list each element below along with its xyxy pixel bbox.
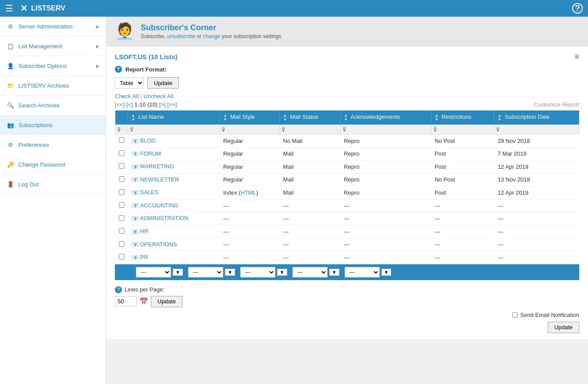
mail-status-cell-8: --- <box>280 238 341 251</box>
main-content: 🧑‍💼 Subscriber's Corner Subscribe, unsub… <box>106 17 588 384</box>
footer-select-restrictions[interactable]: --- <box>345 267 380 277</box>
mail-style-cell-3: Regular <box>220 173 280 186</box>
sidebar-item-server-admin[interactable]: ⚙Server Administration▶ <box>0 17 106 36</box>
pagination-nav: [<<] [<] 1-10 (10) [>] [>>] <box>115 101 177 108</box>
pagination-first[interactable]: [<<] <box>115 101 125 108</box>
list-name-link-7[interactable]: HR <box>140 228 149 235</box>
row-checkbox-0[interactable] <box>119 137 125 143</box>
report-format-update-button[interactable]: Update <box>147 77 179 89</box>
restrictions-cell-8: --- <box>431 238 494 251</box>
footer-arrow-btn-2[interactable]: ▼ <box>225 269 235 276</box>
pagination-last[interactable]: [>>] <box>167 101 177 108</box>
report-format-help-icon[interactable]: ? <box>115 66 122 73</box>
server-admin-arrow-icon: ▶ <box>96 24 100 29</box>
col-restrictions[interactable]: ▲▼ Restrictions <box>431 110 494 125</box>
pagination-row: [<<] [<] 1-10 (10) [>] [>>] Customize Re… <box>115 101 579 108</box>
restrictions-cell-3: No Post <box>431 173 494 186</box>
search-archives-icon: 🔍 <box>6 101 15 110</box>
sidebar-item-listserv-archives[interactable]: 📁LISTSERV Archives <box>0 76 106 96</box>
row-checkbox-9[interactable] <box>119 254 125 260</box>
row-checkbox-6[interactable] <box>119 215 125 221</box>
bottom-update-button[interactable]: Update <box>548 322 579 333</box>
lines-per-page-help-icon[interactable]: ? <box>115 286 122 293</box>
sidebar-item-search-archives[interactable]: 🔍Search Archives <box>0 96 106 115</box>
send-email-label: Send Email Notification <box>520 312 579 318</box>
sidebar-item-preferences[interactable]: ⚙Preferences <box>0 135 106 155</box>
row-checkbox-1[interactable] <box>119 150 125 156</box>
pagination-next[interactable]: [>] <box>159 101 166 108</box>
list-name-link-9[interactable]: PR <box>140 254 148 260</box>
filter-mail-style-col <box>220 125 280 135</box>
subscription-date-cell-4: 12 Apr 2019 <box>494 186 579 199</box>
lines-per-page-input[interactable] <box>115 296 137 306</box>
report-format-controls: Table Index Short Update <box>115 77 579 89</box>
section-title-bar: LSOFT.US (10 Lists) ≡ <box>115 52 579 61</box>
list-name-link-6[interactable]: ADMINISTRATION <box>140 215 189 221</box>
filter-mail-status-col <box>280 125 341 135</box>
list-name-link-3[interactable]: NEWSLETTER <box>140 176 179 183</box>
help-button[interactable]: ? <box>572 3 583 14</box>
table-body: 📧BLOGRegularNo MailReproNo Post29 Nov 20… <box>115 135 579 264</box>
col-subscription-date[interactable]: ▲▼ Subscription Date <box>494 110 579 125</box>
list-name-link-1[interactable]: FORUM <box>140 150 161 157</box>
subscription-date-cell-6: --- <box>494 212 579 225</box>
row-checkbox-4[interactable] <box>119 189 125 195</box>
list-name-link-4[interactable]: SALES <box>140 189 159 196</box>
restrictions-cell-4: Post <box>431 186 494 199</box>
list-name-link-5[interactable]: ACCOUNTING <box>140 202 178 209</box>
customize-report-link[interactable]: Customize Report <box>534 101 579 108</box>
footer-arrow-btn-1[interactable]: ▼ <box>173 269 183 276</box>
sidebar-item-subscriptions[interactable]: 👥Subscriptions <box>0 115 106 135</box>
uncheck-all-link[interactable]: Uncheck All <box>144 93 174 100</box>
col-mail-status[interactable]: ▲▼ Mail Status <box>280 110 341 125</box>
footer-arrow-btn-5[interactable]: ▼ <box>381 269 392 276</box>
footer-arrow-btn-4[interactable]: ▼ <box>329 269 339 276</box>
subscribers-corner-icon: 🧑‍💼 <box>115 22 135 40</box>
col-mail-style[interactable]: ▲▼ Mail Style <box>220 110 280 125</box>
lines-per-page-row: ? Lines per Page: <box>115 286 579 293</box>
row-checkbox-5[interactable] <box>119 202 125 208</box>
report-format-select[interactable]: Table Index Short <box>115 77 144 89</box>
filter-checkbox-col <box>115 125 128 135</box>
mail-status-cell-7: --- <box>280 225 341 238</box>
acknowledgements-cell-5: --- <box>340 199 431 212</box>
footer-select-mailstatus[interactable]: --- <box>240 267 275 277</box>
calendar-icon[interactable]: 📅 <box>139 297 148 306</box>
filter-icon-mail-status <box>282 126 285 133</box>
subscriptions-icon: 👥 <box>6 121 15 129</box>
section-menu-icon[interactable]: ≡ <box>574 52 579 61</box>
col-list-name[interactable]: ▲▼ List Name <box>128 110 220 125</box>
change-link[interactable]: change <box>203 33 220 39</box>
pagination-prev[interactable]: [<] <box>126 101 133 108</box>
mail-style-cell-4: Index (HTML) <box>220 186 280 199</box>
mail-style-cell-0: Regular <box>220 135 280 148</box>
row-checkbox-2[interactable] <box>119 163 125 169</box>
sidebar-item-subscriber-options[interactable]: 👤Subscriber Options▶ <box>0 56 106 76</box>
footer-arrow-btn-3[interactable]: ▼ <box>277 269 287 276</box>
send-email-checkbox[interactable] <box>512 312 518 318</box>
list-name-link-8[interactable]: OPERATIONS <box>140 241 177 248</box>
list-name-link-2[interactable]: MARKETING <box>140 163 174 170</box>
check-nav: Check All | Uncheck All <box>115 93 579 100</box>
list-name-link-0[interactable]: BLOG <box>140 137 156 144</box>
footer-select-acknowledgements[interactable]: --- <box>292 267 328 277</box>
list-management-label: List Management <box>18 43 62 50</box>
lines-per-page-update-button[interactable]: Update <box>151 296 182 307</box>
footer-select-listname[interactable]: --- <box>136 267 171 277</box>
filter-icon-mail-style <box>221 126 225 133</box>
row-checkbox-7[interactable] <box>119 228 125 234</box>
table-row: 📧OPERATIONS--------------- <box>115 238 579 251</box>
send-email-row: Send Email Notification <box>512 312 579 318</box>
row-checkbox-8[interactable] <box>119 241 125 247</box>
hamburger-icon[interactable]: ☰ <box>5 3 13 14</box>
unsubscribe-link[interactable]: unsubscribe <box>167 33 196 39</box>
sidebar-item-log-out[interactable]: 🚪Log Out <box>0 174 106 194</box>
logo-text: LISTSERV <box>31 4 65 12</box>
sidebar-item-change-password[interactable]: 🔑Change Password <box>0 155 106 174</box>
row-checkbox-3[interactable] <box>119 176 125 182</box>
check-all-link[interactable]: Check All <box>115 93 139 100</box>
sidebar-item-list-management[interactable]: 📋List Management▶ <box>0 36 106 56</box>
col-acknowledgements[interactable]: ▲▼ Acknowledgements <box>340 110 431 125</box>
footer-select-mailstyle[interactable]: --- <box>188 267 223 277</box>
table-filter-row <box>115 125 579 135</box>
